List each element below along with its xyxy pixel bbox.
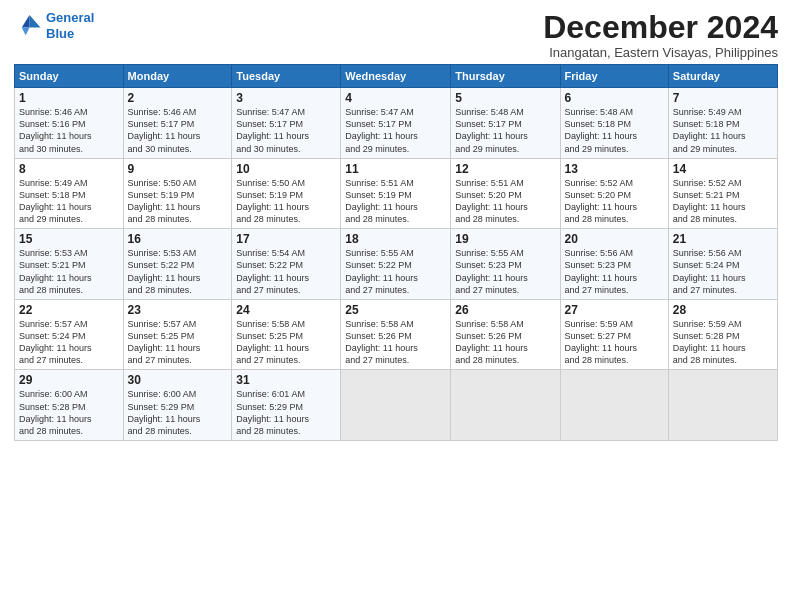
calendar-cell: 31Sunrise: 6:01 AM Sunset: 5:29 PM Dayli… [232, 370, 341, 441]
calendar-cell: 19Sunrise: 5:55 AM Sunset: 5:23 PM Dayli… [451, 229, 560, 300]
calendar-cell: 5Sunrise: 5:48 AM Sunset: 5:17 PM Daylig… [451, 88, 560, 159]
day-info: Sunrise: 5:51 AM Sunset: 5:19 PM Dayligh… [345, 177, 446, 226]
day-number: 6 [565, 91, 664, 105]
day-number: 5 [455, 91, 555, 105]
calendar-cell: 21Sunrise: 5:56 AM Sunset: 5:24 PM Dayli… [668, 229, 777, 300]
calendar-cell: 14Sunrise: 5:52 AM Sunset: 5:21 PM Dayli… [668, 158, 777, 229]
day-info: Sunrise: 5:59 AM Sunset: 5:28 PM Dayligh… [673, 318, 773, 367]
calendar-week-3: 15Sunrise: 5:53 AM Sunset: 5:21 PM Dayli… [15, 229, 778, 300]
calendar-cell: 24Sunrise: 5:58 AM Sunset: 5:25 PM Dayli… [232, 299, 341, 370]
calendar-cell: 8Sunrise: 5:49 AM Sunset: 5:18 PM Daylig… [15, 158, 124, 229]
calendar-cell: 9Sunrise: 5:50 AM Sunset: 5:19 PM Daylig… [123, 158, 232, 229]
svg-marker-1 [22, 15, 30, 27]
day-number: 14 [673, 162, 773, 176]
calendar-cell: 13Sunrise: 5:52 AM Sunset: 5:20 PM Dayli… [560, 158, 668, 229]
day-number: 11 [345, 162, 446, 176]
calendar-week-4: 22Sunrise: 5:57 AM Sunset: 5:24 PM Dayli… [15, 299, 778, 370]
calendar-cell: 15Sunrise: 5:53 AM Sunset: 5:21 PM Dayli… [15, 229, 124, 300]
calendar-cell: 22Sunrise: 5:57 AM Sunset: 5:24 PM Dayli… [15, 299, 124, 370]
day-number: 18 [345, 232, 446, 246]
day-info: Sunrise: 5:55 AM Sunset: 5:22 PM Dayligh… [345, 247, 446, 296]
day-info: Sunrise: 5:57 AM Sunset: 5:25 PM Dayligh… [128, 318, 228, 367]
svg-marker-0 [30, 15, 41, 27]
day-info: Sunrise: 5:46 AM Sunset: 5:17 PM Dayligh… [128, 106, 228, 155]
calendar-cell [560, 370, 668, 441]
month-title: December 2024 [543, 10, 778, 45]
calendar-cell: 3Sunrise: 5:47 AM Sunset: 5:17 PM Daylig… [232, 88, 341, 159]
calendar-cell: 10Sunrise: 5:50 AM Sunset: 5:19 PM Dayli… [232, 158, 341, 229]
calendar-cell: 16Sunrise: 5:53 AM Sunset: 5:22 PM Dayli… [123, 229, 232, 300]
calendar-cell: 6Sunrise: 5:48 AM Sunset: 5:18 PM Daylig… [560, 88, 668, 159]
day-number: 8 [19, 162, 119, 176]
day-info: Sunrise: 5:49 AM Sunset: 5:18 PM Dayligh… [673, 106, 773, 155]
day-number: 9 [128, 162, 228, 176]
day-info: Sunrise: 5:46 AM Sunset: 5:16 PM Dayligh… [19, 106, 119, 155]
day-header-monday: Monday [123, 65, 232, 88]
day-number: 4 [345, 91, 446, 105]
day-number: 1 [19, 91, 119, 105]
day-number: 12 [455, 162, 555, 176]
calendar-week-5: 29Sunrise: 6:00 AM Sunset: 5:28 PM Dayli… [15, 370, 778, 441]
day-info: Sunrise: 5:47 AM Sunset: 5:17 PM Dayligh… [236, 106, 336, 155]
calendar-cell: 1Sunrise: 5:46 AM Sunset: 5:16 PM Daylig… [15, 88, 124, 159]
header: General Blue December 2024 Inangatan, Ea… [14, 10, 778, 60]
day-number: 29 [19, 373, 119, 387]
day-number: 26 [455, 303, 555, 317]
calendar-table: SundayMondayTuesdayWednesdayThursdayFrid… [14, 64, 778, 441]
day-header-sunday: Sunday [15, 65, 124, 88]
day-header-wednesday: Wednesday [341, 65, 451, 88]
calendar-cell: 25Sunrise: 5:58 AM Sunset: 5:26 PM Dayli… [341, 299, 451, 370]
page-container: General Blue December 2024 Inangatan, Ea… [0, 0, 792, 449]
day-info: Sunrise: 5:48 AM Sunset: 5:17 PM Dayligh… [455, 106, 555, 155]
day-number: 2 [128, 91, 228, 105]
day-info: Sunrise: 5:55 AM Sunset: 5:23 PM Dayligh… [455, 247, 555, 296]
day-info: Sunrise: 5:54 AM Sunset: 5:22 PM Dayligh… [236, 247, 336, 296]
day-number: 27 [565, 303, 664, 317]
day-number: 22 [19, 303, 119, 317]
header-row: SundayMondayTuesdayWednesdayThursdayFrid… [15, 65, 778, 88]
day-number: 28 [673, 303, 773, 317]
day-number: 23 [128, 303, 228, 317]
day-number: 20 [565, 232, 664, 246]
day-info: Sunrise: 6:00 AM Sunset: 5:28 PM Dayligh… [19, 388, 119, 437]
calendar-cell: 20Sunrise: 5:56 AM Sunset: 5:23 PM Dayli… [560, 229, 668, 300]
logo: General Blue [14, 10, 94, 41]
day-number: 16 [128, 232, 228, 246]
calendar-cell: 29Sunrise: 6:00 AM Sunset: 5:28 PM Dayli… [15, 370, 124, 441]
day-info: Sunrise: 5:57 AM Sunset: 5:24 PM Dayligh… [19, 318, 119, 367]
day-info: Sunrise: 5:58 AM Sunset: 5:25 PM Dayligh… [236, 318, 336, 367]
calendar-body: 1Sunrise: 5:46 AM Sunset: 5:16 PM Daylig… [15, 88, 778, 441]
calendar-cell: 26Sunrise: 5:58 AM Sunset: 5:26 PM Dayli… [451, 299, 560, 370]
logo-text: General Blue [46, 10, 94, 41]
calendar-cell [451, 370, 560, 441]
day-number: 17 [236, 232, 336, 246]
day-info: Sunrise: 5:52 AM Sunset: 5:20 PM Dayligh… [565, 177, 664, 226]
day-info: Sunrise: 5:56 AM Sunset: 5:24 PM Dayligh… [673, 247, 773, 296]
calendar-cell: 2Sunrise: 5:46 AM Sunset: 5:17 PM Daylig… [123, 88, 232, 159]
day-info: Sunrise: 5:51 AM Sunset: 5:20 PM Dayligh… [455, 177, 555, 226]
day-info: Sunrise: 5:59 AM Sunset: 5:27 PM Dayligh… [565, 318, 664, 367]
day-number: 24 [236, 303, 336, 317]
day-info: Sunrise: 5:49 AM Sunset: 5:18 PM Dayligh… [19, 177, 119, 226]
day-header-thursday: Thursday [451, 65, 560, 88]
calendar-cell: 27Sunrise: 5:59 AM Sunset: 5:27 PM Dayli… [560, 299, 668, 370]
day-header-tuesday: Tuesday [232, 65, 341, 88]
day-number: 31 [236, 373, 336, 387]
calendar-cell [341, 370, 451, 441]
day-number: 21 [673, 232, 773, 246]
calendar-cell: 7Sunrise: 5:49 AM Sunset: 5:18 PM Daylig… [668, 88, 777, 159]
day-info: Sunrise: 5:47 AM Sunset: 5:17 PM Dayligh… [345, 106, 446, 155]
calendar-cell: 23Sunrise: 5:57 AM Sunset: 5:25 PM Dayli… [123, 299, 232, 370]
calendar-week-2: 8Sunrise: 5:49 AM Sunset: 5:18 PM Daylig… [15, 158, 778, 229]
day-info: Sunrise: 5:58 AM Sunset: 5:26 PM Dayligh… [455, 318, 555, 367]
calendar-cell: 18Sunrise: 5:55 AM Sunset: 5:22 PM Dayli… [341, 229, 451, 300]
day-number: 30 [128, 373, 228, 387]
day-info: Sunrise: 5:56 AM Sunset: 5:23 PM Dayligh… [565, 247, 664, 296]
subtitle: Inangatan, Eastern Visayas, Philippines [543, 45, 778, 60]
calendar-header: SundayMondayTuesdayWednesdayThursdayFrid… [15, 65, 778, 88]
day-header-friday: Friday [560, 65, 668, 88]
day-number: 10 [236, 162, 336, 176]
day-info: Sunrise: 5:53 AM Sunset: 5:21 PM Dayligh… [19, 247, 119, 296]
calendar-week-1: 1Sunrise: 5:46 AM Sunset: 5:16 PM Daylig… [15, 88, 778, 159]
calendar-cell: 30Sunrise: 6:00 AM Sunset: 5:29 PM Dayli… [123, 370, 232, 441]
